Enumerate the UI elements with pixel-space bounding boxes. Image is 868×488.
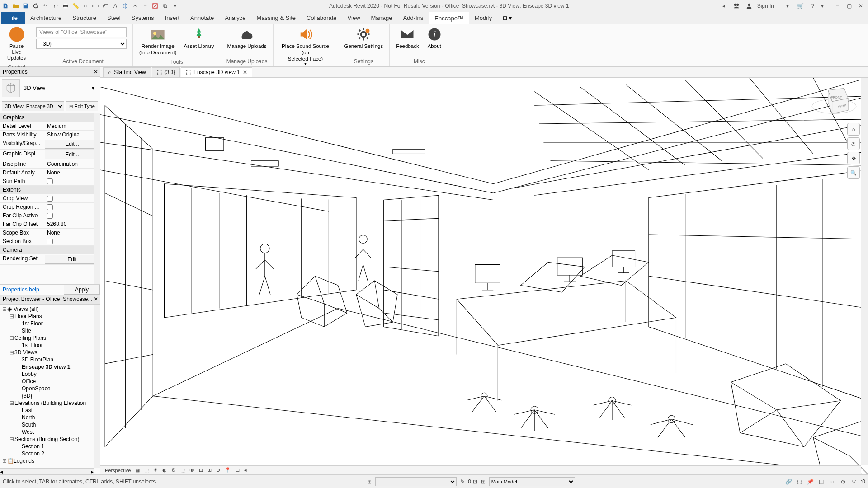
view-instance-selector[interactable]: 3D View: Enscape 3D: [2, 101, 64, 111]
category-camera[interactable]: Camera⌃: [0, 246, 100, 254]
vcb-reveal-icon[interactable]: ⊡: [197, 467, 205, 473]
tree-lobby[interactable]: Lobby: [1, 371, 99, 378]
vcb-pin-icon[interactable]: 📍: [223, 467, 233, 473]
status-design-icon[interactable]: ⊡: [471, 478, 479, 486]
status-design-select[interactable]: Main Model: [489, 477, 575, 486]
feedback-button[interactable]: Feedback: [392, 26, 423, 50]
tab-systems[interactable]: Systems: [126, 12, 160, 24]
tab-architecture[interactable]: Architecture: [25, 12, 67, 24]
tree-office[interactable]: Office: [1, 378, 99, 385]
vcb-shadow-icon[interactable]: ◐: [160, 467, 169, 473]
tree-ceiling-plans[interactable]: ⊟Ceiling Plans: [1, 334, 99, 342]
tree-legends[interactable]: ⊞📋Legends: [1, 457, 99, 465]
tree-cp-1st[interactable]: 1st Floor: [1, 342, 99, 349]
view-scale[interactable]: Perspective: [103, 468, 132, 473]
thinlines-icon[interactable]: ≡: [141, 2, 149, 10]
status-filter-icon[interactable]: ▽: [850, 478, 858, 486]
vcb-constraints-icon[interactable]: ⊟: [234, 467, 241, 473]
apply-button[interactable]: Apply: [64, 285, 100, 295]
open-icon[interactable]: [12, 2, 20, 10]
exchange-icon[interactable]: ▾: [783, 2, 792, 10]
render-image-button[interactable]: Render Image (Into Document): [136, 26, 180, 56]
text-icon[interactable]: A: [111, 2, 119, 10]
category-graphics[interactable]: Graphics⌃: [0, 113, 100, 122]
status-select-pinned-icon[interactable]: 📌: [807, 478, 815, 486]
tree-sections[interactable]: ⊟Sections (Building Section): [1, 436, 99, 443]
vcb-sun-icon[interactable]: ☀: [151, 467, 160, 473]
view-cube[interactable]: FRONT RIGHT: [809, 82, 859, 118]
undo-icon[interactable]: [42, 2, 50, 10]
tree-floor-plans[interactable]: ⊟Floor Plans: [1, 313, 99, 320]
vcb-style-icon[interactable]: ⬚: [142, 467, 151, 473]
qat-dropdown-icon[interactable]: ▾: [171, 2, 179, 10]
properties-scrollbar[interactable]: [94, 113, 100, 284]
section-box-checkbox[interactable]: [47, 239, 53, 244]
tree-elevations[interactable]: ⊟Elevations (Building Elevation: [1, 399, 99, 407]
save-icon[interactable]: [22, 2, 30, 10]
sign-in-link[interactable]: Sign In: [757, 3, 774, 9]
maximize-button[interactable]: ▢: [844, 2, 854, 10]
properties-help-link[interactable]: Properties help: [0, 285, 64, 295]
place-sound-button[interactable]: Place Sound Source (on Selected Face) ▼: [276, 26, 335, 66]
manage-uploads-button[interactable]: Manage Uploads: [224, 26, 270, 50]
browser-scrollbar-v[interactable]: [94, 305, 100, 469]
tree-openspace[interactable]: OpenSpace: [1, 385, 99, 392]
status-select-underlay-icon[interactable]: ⬚: [796, 478, 804, 486]
user-icon[interactable]: [745, 2, 754, 10]
tree-section-2[interactable]: Section 2: [1, 450, 99, 457]
tab-enscape[interactable]: Enscape™: [429, 12, 469, 24]
vcb-hide-icon[interactable]: 👁: [188, 468, 196, 473]
properties-header[interactable]: Properties ✕: [0, 67, 100, 77]
status-editreq-icon[interactable]: ✎: [458, 478, 467, 486]
3d-viewport[interactable]: FRONT RIGHT ⌂ ◎ ✥ 🔍 Perspective ▦ ⬚ ☀ ◐ …: [100, 78, 868, 474]
tab-manage[interactable]: Manage: [366, 12, 398, 24]
close-button[interactable]: ✕: [855, 2, 866, 10]
tab-addins[interactable]: Add-Ins: [398, 12, 429, 24]
tab-massing[interactable]: Massing & Site: [251, 12, 301, 24]
switch-win-icon[interactable]: ⧉: [161, 2, 169, 10]
tree-el-south[interactable]: South: [1, 421, 99, 428]
minimize-button[interactable]: −: [832, 2, 843, 10]
sun-path-checkbox[interactable]: [47, 178, 53, 184]
project-browser-header[interactable]: Project Browser - Office_Showcase... ✕: [0, 295, 100, 305]
status-select-face-icon[interactable]: ◫: [817, 478, 826, 486]
vcb-detail-icon[interactable]: ▦: [133, 467, 142, 473]
tree-section-1[interactable]: Section 1: [1, 443, 99, 450]
tree-enscape-view[interactable]: Enscape 3D view 1: [1, 363, 99, 371]
sync-icon[interactable]: [32, 2, 40, 10]
section-icon[interactable]: ✂: [131, 2, 139, 10]
nav-zoom-icon[interactable]: 🔍: [847, 166, 860, 179]
status-background-icon[interactable]: ⊙: [839, 478, 847, 486]
about-button[interactable]: i About: [423, 26, 446, 50]
vcb-temp-icon[interactable]: ⊞: [206, 467, 213, 473]
crop-view-checkbox[interactable]: [47, 196, 53, 202]
category-extents[interactable]: Extents⌃: [0, 186, 100, 194]
tree-3d-default[interactable]: {3D}: [1, 392, 99, 399]
cart-icon[interactable]: 🛒: [796, 2, 805, 10]
tree-fp-1st[interactable]: 1st Floor: [1, 320, 99, 327]
properties-close-icon[interactable]: ✕: [94, 69, 98, 75]
tab-structure[interactable]: Structure: [67, 12, 102, 24]
tree-fp-site[interactable]: Site: [1, 327, 99, 334]
redo-icon[interactable]: [52, 2, 60, 10]
status-drag-icon[interactable]: ↔: [828, 478, 836, 486]
properties-type-selector[interactable]: 3D View ▾: [0, 77, 100, 99]
views-search-input[interactable]: [36, 27, 127, 37]
status-mainmodel-icon[interactable]: ⊞: [479, 478, 487, 486]
pause-live-updates-button[interactable]: Pause Live Updates: [3, 26, 30, 61]
tab-annotate[interactable]: Annotate: [185, 12, 219, 24]
tab-modify[interactable]: Modify: [469, 12, 497, 24]
help-icon[interactable]: ?: [808, 2, 817, 10]
viewport-scrollbar-v[interactable]: [861, 78, 868, 465]
asset-library-button[interactable]: Asset Library: [180, 26, 217, 50]
nav-wheel-icon[interactable]: ◎: [847, 137, 860, 150]
vcb-render-icon[interactable]: ⚙: [170, 467, 178, 473]
tab-view[interactable]: View: [342, 12, 366, 24]
viewtab-starting[interactable]: ⌂Starting View: [103, 67, 151, 77]
general-settings-button[interactable]: General Settings: [341, 26, 387, 50]
keynote-icon[interactable]: [732, 2, 741, 10]
vcb-analyt-icon[interactable]: ⊕: [214, 467, 222, 473]
view-selector-dropdown[interactable]: {3D}: [36, 39, 127, 49]
tab-collaborate[interactable]: Collaborate: [301, 12, 342, 24]
crop-region-checkbox[interactable]: [47, 204, 53, 210]
